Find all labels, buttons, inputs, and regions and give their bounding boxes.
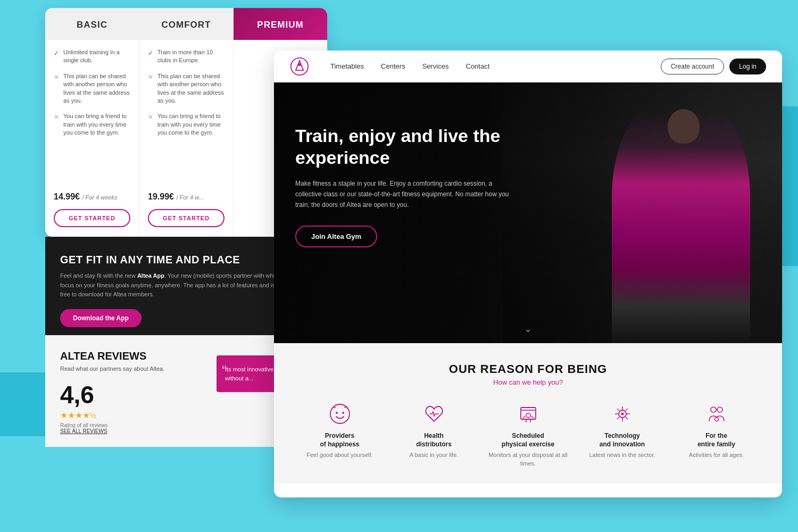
- reason-happiness-desc: Feel good about yourself.: [295, 451, 384, 459]
- reviews-title: ALTEA REVIEWS: [60, 350, 206, 362]
- cross-icon-c3: ✕: [148, 113, 153, 122]
- rating-stars: ★★★★½: [60, 410, 206, 420]
- reason-happiness-title: Providersof happiness: [295, 432, 384, 448]
- plan-comfort-features: ✓ Train in more than 10 clubs in Europe.…: [139, 40, 233, 186]
- exercise-icon: [516, 401, 541, 427]
- plan-basic-header: BASIC: [45, 8, 139, 40]
- see-all-reviews-link[interactable]: SEE ALL REVIEWS: [60, 428, 206, 434]
- reviews-subtitle: Read what our partners say about Altea.: [60, 365, 206, 372]
- reason-health-desc: A basic in your life.: [389, 451, 478, 459]
- plan-comfort-header: COMFORT: [139, 8, 233, 40]
- reviews-left: ALTEA REVIEWS Read what our partners say…: [60, 350, 206, 434]
- navbar: Timetables Centers Services Contact Crea…: [274, 51, 782, 82]
- reason-item-health: Healthdistributors A basic in your life.: [389, 401, 478, 468]
- create-account-button[interactable]: Create account: [661, 59, 724, 74]
- family-icon: [704, 401, 729, 427]
- hero-section: Train, enjoy and live the experience Mak…: [274, 82, 782, 343]
- reason-tech-desc: Latest news in the sector.: [578, 451, 667, 459]
- reason-tech-title: Technologyand innovation: [578, 432, 667, 448]
- nav-link-timetables[interactable]: Timetables: [330, 62, 364, 70]
- happiness-icon: [327, 401, 353, 427]
- reason-family-desc: Activities for all ages.: [672, 451, 761, 459]
- plan-basic-features: ✓ Unlimited training in a single club. ✕…: [45, 40, 139, 186]
- cross-icon-c2: ✕: [148, 73, 153, 82]
- plan-basic-period: / For 4 weeks: [82, 194, 117, 201]
- svg-point-9: [711, 407, 716, 412]
- reason-subtitle: How can we help you?: [295, 378, 761, 386]
- feature-comfort-2-text: This plan can be shared with another per…: [157, 72, 225, 105]
- feature-basic-1-text: Unlimited training in a single club.: [63, 48, 130, 65]
- nav-link-contact[interactable]: Contact: [466, 62, 490, 70]
- feature-basic-3: ✕ You can bring a friend to train with y…: [54, 112, 130, 137]
- svg-point-3: [336, 412, 338, 414]
- reason-section: OUR REASON FOR BEING How can we help you…: [274, 343, 782, 484]
- plan-basic-button[interactable]: GET STARTED: [54, 209, 130, 227]
- feature-basic-2-text: This plan can be shared with another per…: [63, 72, 130, 105]
- nav-actions: Create account Log in: [661, 59, 766, 74]
- feature-basic-2: ✕ This plan can be shared with another p…: [54, 72, 130, 105]
- svg-point-8: [621, 413, 624, 415]
- reason-family-title: For theentire family: [672, 432, 761, 448]
- plan-comfort-period: / For 4 w...: [176, 194, 203, 201]
- hero-title: Train, enjoy and live the experience: [295, 125, 519, 169]
- website-card: Timetables Centers Services Contact Crea…: [274, 51, 782, 497]
- plan-basic: BASIC ✓ Unlimited training in a single c…: [45, 8, 139, 237]
- svg-point-4: [342, 412, 344, 414]
- plan-premium-header: PREMIUM: [234, 8, 327, 40]
- plan-basic-price: 14.99€ / For 4 weeks: [45, 186, 139, 205]
- feature-comfort-1-text: Train in more than 10 clubs in Europe.: [157, 48, 225, 65]
- hero-figure-head: [668, 109, 700, 144]
- hero-join-button[interactable]: Join Altea Gym: [295, 226, 377, 247]
- health-icon: [421, 401, 447, 427]
- hero-content: Train, enjoy and live the experience Mak…: [295, 125, 519, 247]
- feature-comfort-3-text: You can bring a friend to train with you…: [157, 112, 225, 137]
- rating-number: 4,6: [60, 383, 206, 407]
- reason-exercise-desc: Monitors at your disposal at all times.: [484, 451, 572, 468]
- feature-comfort-1: ✓ Train in more than 10 clubs in Europe.: [148, 48, 225, 65]
- svg-point-11: [714, 418, 718, 421]
- plan-comfort-price: 19.99€ / For 4 w...: [139, 186, 233, 205]
- cross-icon-2: ✕: [54, 73, 59, 82]
- plan-comfort-button[interactable]: GET STARTED: [148, 209, 225, 227]
- nav-link-services[interactable]: Services: [422, 62, 449, 70]
- cross-icon-3: ✕: [54, 113, 59, 122]
- login-button[interactable]: Log in: [729, 59, 766, 74]
- hero-description: Make fitness a staple in your life. Enjo…: [295, 178, 519, 211]
- altea-logo-icon: [290, 57, 309, 76]
- check-icon-1: ✓: [54, 49, 59, 58]
- nav-link-centers[interactable]: Centers: [381, 62, 405, 70]
- reason-items: Providersof happiness Feel good about yo…: [295, 401, 761, 468]
- scroll-indicator: ⌄: [524, 323, 532, 335]
- feature-basic-1: ✓ Unlimited training in a single club.: [54, 48, 130, 65]
- reason-item-family: For theentire family Activities for all …: [672, 401, 761, 468]
- reason-health-title: Healthdistributors: [389, 432, 478, 448]
- reason-item-exercise: Scheduledphysical exercise Monitors at y…: [484, 401, 572, 468]
- feature-comfort-3: ✕ You can bring a friend to train with y…: [148, 112, 225, 137]
- nav-links: Timetables Centers Services Contact: [330, 62, 639, 70]
- rating-label: Rating of all reviews: [60, 422, 206, 428]
- svg-point-1: [298, 63, 301, 65]
- reason-exercise-title: Scheduledphysical exercise: [484, 432, 572, 448]
- download-app-button[interactable]: Download the App: [60, 309, 142, 327]
- reason-item-happiness: Providersof happiness Feel good about yo…: [295, 401, 384, 468]
- feature-basic-3-text: You can bring a friend to train with you…: [63, 112, 130, 137]
- tech-icon: [610, 401, 635, 427]
- reason-title: OUR REASON FOR BEING: [295, 362, 761, 376]
- check-icon-c1: ✓: [148, 49, 153, 58]
- reason-item-tech: Technologyand innovation Latest news in …: [578, 401, 667, 468]
- feature-comfort-2: ✕ This plan can be shared with another p…: [148, 72, 225, 105]
- svg-point-6: [526, 413, 530, 418]
- plan-comfort: COMFORT ✓ Train in more than 10 clubs in…: [139, 8, 234, 237]
- nav-logo: [290, 57, 309, 76]
- svg-point-10: [717, 407, 722, 412]
